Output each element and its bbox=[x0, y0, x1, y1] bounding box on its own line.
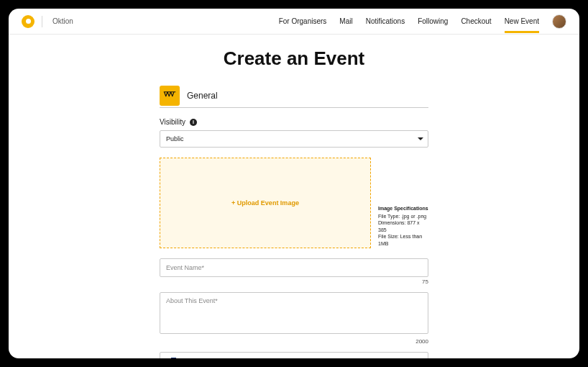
nav-mail[interactable]: Mail bbox=[339, 17, 352, 25]
event-name-counter: 75 bbox=[160, 278, 428, 285]
about-event-counter: 2000 bbox=[160, 338, 428, 345]
visibility-select[interactable]: Public bbox=[160, 130, 428, 148]
currency-value: AUD bbox=[180, 357, 194, 358]
page-title: Create an Event bbox=[9, 47, 579, 70]
visibility-label: Visibility bbox=[160, 118, 185, 126]
avatar[interactable] bbox=[552, 14, 566, 29]
banner-icon bbox=[160, 86, 180, 106]
top-nav: For Organisers Mail Notifications Follow… bbox=[279, 14, 566, 29]
brand-wrap[interactable]: Oktion bbox=[22, 15, 73, 28]
nav-checkout[interactable]: Checkout bbox=[461, 17, 491, 25]
info-icon[interactable]: i bbox=[190, 119, 197, 126]
device-frame: Oktion For Organisers Mail Notifications… bbox=[0, 0, 588, 367]
section-title-general: General bbox=[187, 91, 218, 101]
visibility-label-row: Visibility i bbox=[160, 118, 428, 126]
logo-icon bbox=[22, 15, 35, 28]
nav-new-event[interactable]: New Event bbox=[505, 17, 539, 33]
nav-notifications[interactable]: Notifications bbox=[366, 17, 405, 25]
upload-event-image[interactable]: + Upload Event Image bbox=[160, 158, 371, 248]
specs-filetype: File Type: .jpg or .png bbox=[378, 213, 428, 219]
specs-title: Image Specifications bbox=[378, 205, 428, 212]
event-name-input[interactable] bbox=[160, 258, 428, 277]
upload-row: + Upload Event Image Image Specification… bbox=[160, 158, 428, 248]
visibility-value: Public bbox=[166, 135, 184, 142]
section-header-general: General bbox=[160, 86, 428, 108]
content-scroll[interactable]: Create an Event General Visibility i Pub… bbox=[9, 35, 579, 358]
chevron-down-icon bbox=[418, 137, 423, 140]
form-wrap: General Visibility i Public + Upload Eve… bbox=[160, 86, 428, 358]
brand-name: Oktion bbox=[52, 17, 73, 25]
currency-select[interactable]: AUD bbox=[160, 352, 428, 358]
nav-following[interactable]: Following bbox=[418, 17, 448, 25]
flag-icon bbox=[166, 358, 176, 359]
screen: Oktion For Organisers Mail Notifications… bbox=[9, 9, 579, 358]
image-specs: Image Specifications File Type: .jpg or … bbox=[378, 205, 428, 248]
specs-dimensions: Dimensions: 877 x 385 bbox=[378, 219, 428, 233]
specs-filesize: File Size: Less than 1MB bbox=[378, 233, 428, 247]
upload-label: + Upload Event Image bbox=[231, 199, 299, 207]
top-bar: Oktion For Organisers Mail Notifications… bbox=[9, 9, 579, 35]
brand-divider bbox=[42, 16, 42, 27]
about-event-textarea[interactable] bbox=[160, 292, 428, 334]
nav-organisers[interactable]: For Organisers bbox=[279, 17, 327, 25]
